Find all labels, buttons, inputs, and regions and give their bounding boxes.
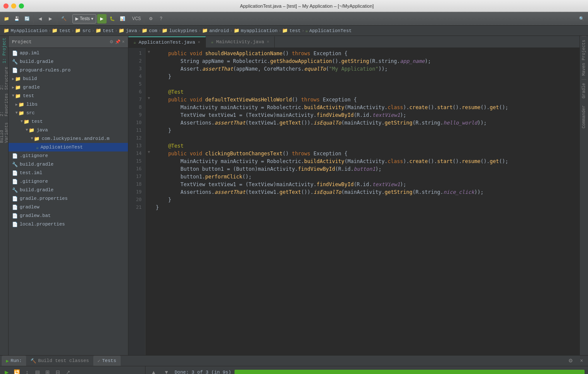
tree-item-build[interactable]: ▶📁build	[9, 74, 128, 83]
test-collapse-btn[interactable]: ⊟	[53, 368, 62, 374]
panel-pin-btn[interactable]: 📌	[115, 39, 120, 44]
settings-btn[interactable]: ⚙	[146, 14, 155, 24]
bottom-tab-buildtest[interactable]: 🔨 Build test classes	[26, 356, 93, 366]
tab-close-mainactivity[interactable]: ×	[267, 40, 269, 45]
minimize-button[interactable]	[11, 3, 16, 9]
bc-myapp[interactable]: 📁 MyApplication	[3, 28, 48, 33]
run-btn[interactable]: ▶	[97, 14, 107, 24]
bc-test2[interactable]: 📁 test	[95, 28, 114, 33]
bc-test3[interactable]: 📁 test	[282, 28, 300, 33]
code-content[interactable]: public void shouldHaveApplicationName() …	[152, 48, 579, 355]
run-tab-label: Run:	[11, 358, 22, 363]
search-btn[interactable]: 🔍	[577, 14, 586, 24]
maximize-button[interactable]	[19, 3, 24, 9]
project-panel-toggle[interactable]: 1: Project	[0, 38, 8, 63]
panel-settings-btn[interactable]: ⚙	[110, 39, 113, 44]
coverage-btn[interactable]: 📊	[118, 14, 127, 24]
toolbar-back-btn[interactable]: ◀	[36, 14, 45, 24]
bc-src[interactable]: 📁 src	[75, 28, 91, 33]
tree-item-libs[interactable]: ▶📁libs	[9, 100, 128, 109]
test-sort-btn[interactable]: ↕	[22, 368, 32, 374]
fold-7[interactable]: ▼	[146, 94, 152, 102]
test-toolbar: ▶ 🔁 ↕ ▤ ⊞ ⊟ ↗	[0, 366, 145, 374]
code-line-2: String appName = Robolectric.getShadowAp…	[156, 57, 576, 65]
bc-myapplication[interactable]: 📁 myapplication	[234, 28, 278, 33]
tree-item-localprops[interactable]: 📄local.properties	[9, 220, 128, 229]
test-rerun-btn[interactable]: 🔁	[12, 368, 21, 374]
toolbar-forward-btn[interactable]: ▶	[46, 14, 55, 24]
tree-item-gradlew[interactable]: 📄gradlew	[9, 203, 128, 211]
tab-mainactivity[interactable]: ☕ MainActivity.java ×	[206, 36, 275, 47]
tree-item-src[interactable]: ▼📁src	[9, 109, 128, 117]
panel-close-btn[interactable]: ×	[122, 39, 125, 44]
bc-luckypines[interactable]: 📁 luckypines	[162, 28, 197, 33]
test-filter-btn[interactable]: ▤	[33, 368, 42, 374]
panel-actions: ⚙ 📌 ×	[110, 39, 125, 44]
bc-java[interactable]: 📁 java	[119, 28, 137, 33]
tree-item-buildgradle3[interactable]: 🔧build.gradle	[9, 186, 128, 194]
fold-1[interactable]: ▼	[146, 48, 152, 56]
scroll-down-btn[interactable]: ▼	[162, 368, 171, 374]
code-editor[interactable]: 1 2 3 4 5 6 7 8 9 10 11 12 13 14 15 16 1…	[128, 48, 579, 355]
test-export-btn[interactable]: ↗	[63, 368, 73, 374]
tree-item-buildgradle[interactable]: 🔧build.gradle	[9, 57, 128, 66]
help-btn[interactable]: ?	[156, 14, 166, 24]
tree-item-test-src[interactable]: ▼📁test	[9, 117, 128, 126]
tree-item-buildgradle2[interactable]: 🔧build.gradle	[9, 160, 128, 169]
tree-item-gitignore1[interactable]: 📄.gitignore	[9, 151, 128, 160]
toolbar-sync-btn[interactable]: 🔄	[22, 14, 32, 24]
code-line-10: Assertions.assertThat(textView1.getText(…	[156, 119, 576, 127]
scroll-up-btn[interactable]: ▲	[149, 368, 158, 374]
run-info-bar: ▲ ▼ Done: 3 of 3 (in 9s)	[146, 366, 588, 374]
progress-fill	[235, 370, 585, 374]
tree-item-gradlewbat[interactable]: 📄gradlew.bat	[9, 211, 128, 220]
bc-android[interactable]: 📁 android	[202, 28, 229, 33]
bottom-settings-btn[interactable]: ⚙	[566, 356, 575, 365]
code-line-13: @Test	[156, 142, 576, 150]
code-line-1: public void shouldHaveApplicationName() …	[156, 50, 576, 57]
tree-item-proguard[interactable]: 📄proguard-rules.pro	[9, 66, 128, 74]
tab-close-applicationtest[interactable]: ×	[198, 40, 200, 45]
window-controls	[3, 3, 24, 9]
bc-applicationtest[interactable]: ☕ ApplicationTest	[305, 28, 352, 33]
bottom-tab-run[interactable]: ▶ Run:	[2, 356, 26, 366]
tree-item-package[interactable]: ▼📁com.luckypines.android.m	[9, 134, 128, 143]
tree-item-testiml[interactable]: 📄test.iml	[9, 169, 128, 177]
commander-btn[interactable]: Commander	[582, 102, 586, 132]
bc-test[interactable]: 📁 test	[52, 28, 70, 33]
toolbar-sep-3	[70, 15, 71, 23]
test-expand-btn[interactable]: ⊞	[43, 368, 52, 374]
code-line-9: TextView textView1 = (TextView)mainActiv…	[156, 111, 576, 119]
bottom-content: ▶ 🔁 ↕ ▤ ⊞ ⊟ ↗ ▼ ● <default package> ● Al…	[0, 366, 588, 374]
bottom-tab-tests[interactable]: ✓ Tests	[93, 356, 121, 366]
toolbar-sep-4	[129, 15, 129, 23]
tree-item-gradle[interactable]: ▶📁gradle	[9, 83, 128, 92]
debug-btn[interactable]: 🐛	[107, 14, 117, 24]
bc-com[interactable]: 📁 com	[142, 28, 157, 33]
toolbar-build-btn[interactable]: 🔨	[59, 14, 68, 24]
tree-item-test-root[interactable]: ▼📁test	[9, 92, 128, 100]
tests-tab-label: Tests	[102, 358, 116, 363]
tree-item-gitignore2[interactable]: 📄.gitignore	[9, 177, 128, 186]
tree-item-java[interactable]: ▼📁java	[9, 126, 128, 134]
fold-14[interactable]: ▼	[146, 148, 152, 156]
build-variants-toggle[interactable]: Build Variants	[0, 117, 8, 143]
tree-item-applicationtest[interactable]: ☕ApplicationTest	[9, 143, 128, 151]
vcs-btn[interactable]: VCS	[131, 14, 143, 24]
bottom-close-btn[interactable]: ×	[577, 356, 586, 365]
file-tree: 📄app.iml 🔧build.gradle 📄proguard-rules.p…	[9, 48, 128, 355]
maven-projects-btn[interactable]: Maven Projects	[582, 36, 586, 79]
favorites-panel-toggle[interactable]: 2: Favorites	[0, 91, 8, 116]
toolbar-save-btn[interactable]: 💾	[12, 14, 21, 24]
close-button[interactable]	[3, 3, 9, 9]
tests-dropdown-btn[interactable]: ▶ Tests ▾	[72, 14, 96, 24]
progress-bar	[235, 370, 585, 374]
toolbar-folder-btn[interactable]: 📁	[2, 14, 11, 24]
structure-panel-toggle[interactable]: 2: Structure	[0, 64, 8, 90]
tree-item-gradleprops[interactable]: 📄gradle.properties	[9, 194, 128, 203]
tree-item-appiml[interactable]: 📄app.iml	[9, 49, 128, 57]
code-line-19: Assertions.assertThat(textView1.getText(…	[156, 188, 576, 196]
tab-applicationtest[interactable]: ☕ ApplicationTest.java ×	[128, 36, 206, 47]
test-run-btn[interactable]: ▶	[2, 368, 11, 374]
gradle-btn[interactable]: Gradle	[582, 79, 586, 102]
